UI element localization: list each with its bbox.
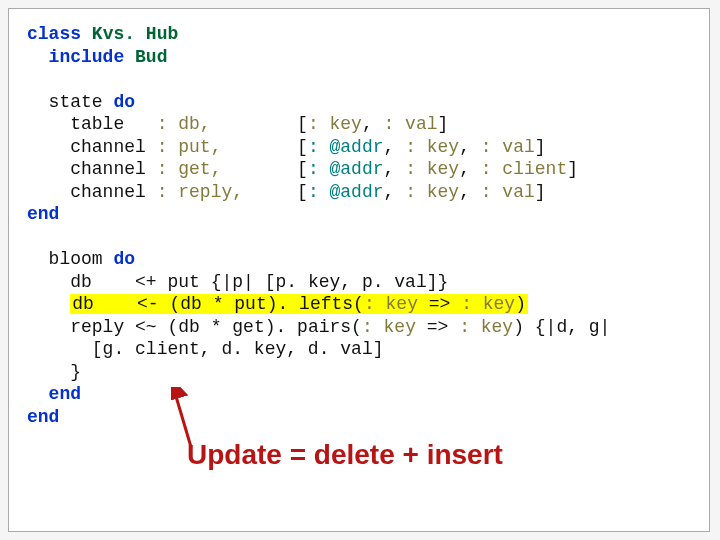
sep: , bbox=[459, 159, 481, 179]
op: <- bbox=[137, 294, 159, 314]
rhs: : key bbox=[461, 294, 515, 314]
schema-k1: : @addr bbox=[308, 182, 384, 202]
close-brace: } bbox=[70, 362, 81, 382]
decl-kind: channel bbox=[70, 137, 146, 157]
rhs: ) bbox=[515, 294, 526, 314]
rhs: ) {|d, g| bbox=[513, 317, 610, 337]
schema-k1: : @addr bbox=[308, 159, 384, 179]
schema-open: [ bbox=[297, 114, 308, 134]
lhs: reply bbox=[70, 317, 124, 337]
rhs: . client, d bbox=[113, 339, 232, 359]
lhs: db bbox=[70, 272, 92, 292]
rhs: : key bbox=[364, 294, 418, 314]
schema-close: ] bbox=[535, 182, 546, 202]
decl-name: : put, bbox=[157, 137, 222, 157]
rhs: . val]} bbox=[373, 272, 449, 292]
rhs: [g bbox=[92, 339, 114, 359]
state-word: state bbox=[49, 92, 103, 112]
highlighted-line: db <- (db * put). lefts(: key => : key) bbox=[70, 294, 528, 314]
rhs: => bbox=[416, 317, 459, 337]
schema-k3: : val bbox=[481, 182, 535, 202]
rhs: . pairs( bbox=[276, 317, 362, 337]
sep: , bbox=[384, 182, 406, 202]
schema-open: [ bbox=[297, 182, 308, 202]
rhs: (db * get) bbox=[167, 317, 275, 337]
schema-k1: : key bbox=[308, 114, 362, 134]
decl-kind: channel bbox=[70, 182, 146, 202]
kw-class: class bbox=[27, 24, 81, 44]
module-name: Bud bbox=[135, 47, 167, 67]
op: <~ bbox=[135, 317, 157, 337]
sep: , bbox=[384, 159, 406, 179]
schema-k2: : key bbox=[405, 182, 459, 202]
bloom-word: bloom bbox=[49, 249, 103, 269]
rhs: => bbox=[418, 294, 461, 314]
schema-close: ] bbox=[535, 137, 546, 157]
schema-close: ] bbox=[438, 114, 449, 134]
schema-k2: : key bbox=[405, 159, 459, 179]
sep: , bbox=[384, 137, 406, 157]
schema-open: [ bbox=[297, 137, 308, 157]
rhs: . key, p bbox=[286, 272, 372, 292]
rhs: (db * put) bbox=[169, 294, 277, 314]
schema-k1: : @addr bbox=[308, 137, 384, 157]
rhs: . val] bbox=[319, 339, 384, 359]
sep: , bbox=[362, 114, 384, 134]
code-block: class Kvs. Hub include Bud state do tabl… bbox=[27, 23, 691, 428]
decl-kind: channel bbox=[70, 159, 146, 179]
rhs: put {|p| [p bbox=[167, 272, 286, 292]
decl-name: : get, bbox=[157, 159, 222, 179]
callout-text: Update = delete + insert bbox=[187, 439, 503, 471]
sep: , bbox=[459, 182, 481, 202]
kw-include: include bbox=[49, 47, 125, 67]
schema-k2: : val bbox=[384, 114, 438, 134]
decl-kind: table bbox=[70, 114, 124, 134]
rhs: . key, d bbox=[232, 339, 318, 359]
kw-do: do bbox=[113, 249, 135, 269]
decl-name: : db, bbox=[157, 114, 211, 134]
rhs: . lefts( bbox=[278, 294, 364, 314]
op: <+ bbox=[135, 272, 157, 292]
kw-end: end bbox=[27, 204, 59, 224]
slide-frame: class Kvs. Hub include Bud state do tabl… bbox=[8, 8, 710, 532]
schema-close: ] bbox=[567, 159, 578, 179]
schema-k3: : client bbox=[481, 159, 567, 179]
schema-k2: : key bbox=[405, 137, 459, 157]
lhs: db bbox=[72, 294, 94, 314]
rhs: : key bbox=[459, 317, 513, 337]
class-name: Kvs. Hub bbox=[92, 24, 178, 44]
decl-name: : reply, bbox=[157, 182, 243, 202]
rhs: : key bbox=[362, 317, 416, 337]
schema-k3: : val bbox=[481, 137, 535, 157]
kw-end: end bbox=[27, 407, 59, 427]
kw-end: end bbox=[49, 384, 81, 404]
schema-open: [ bbox=[297, 159, 308, 179]
kw-do: do bbox=[113, 92, 135, 112]
sep: , bbox=[459, 137, 481, 157]
